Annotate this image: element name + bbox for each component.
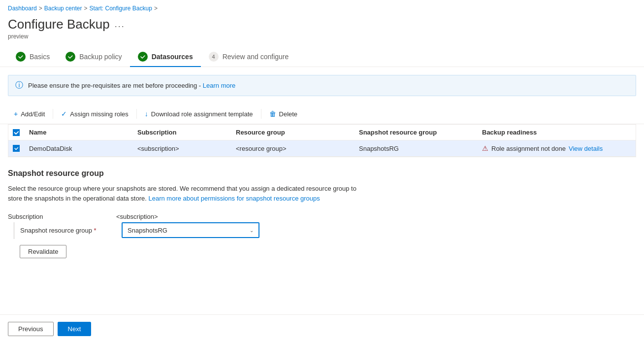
required-mark: *	[94, 227, 97, 234]
delete-icon: 🗑	[269, 110, 276, 118]
tab-datasources-label: Datasources	[152, 53, 193, 61]
toolbar: + Add/Edit ✓ Assign missing roles ↓ Down…	[0, 104, 644, 124]
info-icon: ⓘ	[15, 80, 23, 91]
backup-readiness-cell: ⚠ Role assignment not done View details	[482, 144, 631, 152]
col-snapshot-rg: Snapshot resource group	[354, 125, 477, 140]
add-icon: +	[14, 110, 18, 118]
breadcrumb: Dashboard > Backup center > Start: Confi…	[0, 0, 644, 15]
more-button[interactable]: ...	[115, 19, 125, 30]
basics-check-icon	[16, 52, 26, 62]
assign-roles-button[interactable]: ✓ Assign missing roles	[55, 108, 134, 120]
datasources-check-icon	[138, 52, 148, 62]
subscription-row: Subscription <subscription>	[8, 211, 636, 220]
snapshot-rg-label: Snapshot resource group *	[20, 227, 114, 234]
dropdown-value: SnapshotsRG	[128, 227, 167, 234]
info-text: Please ensure the pre-requisites are met…	[28, 82, 235, 89]
col-name: Name	[24, 125, 132, 140]
delete-button[interactable]: 🗑 Delete	[263, 108, 304, 120]
add-edit-button[interactable]: + Add/Edit	[8, 108, 51, 120]
tab-backup-policy[interactable]: Backup policy	[58, 48, 129, 67]
snapshot-rg-row: Snapshot resource group * SnapshotsRG ⌄	[14, 222, 636, 239]
review-step-number: 4	[209, 52, 219, 62]
learn-more-link[interactable]: Learn more	[203, 82, 235, 89]
row-name: DemoDataDisk	[24, 141, 132, 156]
col-resource-group: Resource group	[231, 125, 354, 140]
page-header: Configure Backup ... preview	[0, 15, 644, 44]
table-header: Name Subscription Resource group Snapsho…	[8, 125, 636, 140]
subscription-label: Subscription	[8, 211, 116, 220]
tab-basics[interactable]: Basics	[8, 48, 58, 67]
content-area: ⓘ Please ensure the pre-requisites are m…	[0, 75, 644, 301]
revalidate-button[interactable]: Revalidate	[20, 245, 66, 258]
tab-backup-policy-label: Backup policy	[79, 53, 122, 61]
tab-bar: Basics Backup policy Datasources 4 Revie…	[0, 44, 644, 67]
toolbar-separator-1	[53, 109, 53, 119]
row-checkbox[interactable]	[13, 145, 20, 152]
col-subscription: Subscription	[132, 125, 231, 140]
tab-basics-label: Basics	[30, 53, 50, 61]
breadcrumb-configure-backup[interactable]: Start: Configure Backup	[89, 5, 152, 12]
subscription-value: <subscription>	[116, 211, 158, 220]
backup-policy-check-icon	[65, 52, 75, 62]
row-backup-readiness: ⚠ Role assignment not done View details	[477, 140, 636, 156]
snapshot-section: Snapshot resource group Select the resou…	[0, 157, 644, 266]
page-title: Configure Backup	[8, 17, 110, 32]
breadcrumb-backup-center[interactable]: Backup center	[44, 5, 82, 12]
snapshot-section-title: Snapshot resource group	[8, 169, 636, 178]
snapshot-learn-more-link[interactable]: Learn more about permissions for snapsho…	[148, 195, 320, 202]
row-resource-group: <resource group>	[231, 141, 354, 156]
tab-review-label: Review and configure	[223, 53, 289, 61]
select-all-checkbox[interactable]	[13, 129, 20, 136]
snapshot-section-desc: Select the resource group where your sna…	[8, 184, 372, 203]
page-subtitle: preview	[8, 33, 636, 40]
row-snapshot-rg: SnapshotsRG	[354, 141, 477, 156]
line-vertical	[14, 222, 14, 239]
toolbar-separator-2	[136, 109, 137, 119]
col-backup-readiness: Backup readiness	[477, 125, 636, 140]
view-details-link[interactable]: View details	[569, 145, 603, 152]
check-icon: ✓	[61, 110, 67, 118]
row-subscription: <subscription>	[132, 141, 231, 156]
header-checkbox-cell[interactable]	[8, 125, 24, 140]
table-row: DemoDataDisk <subscription> <resource gr…	[8, 140, 636, 157]
error-icon: ⚠	[482, 144, 488, 152]
chevron-down-icon: ⌄	[250, 228, 254, 233]
snapshot-rg-dropdown[interactable]: SnapshotsRG ⌄	[122, 222, 259, 238]
tab-datasources[interactable]: Datasources	[130, 48, 201, 67]
breadcrumb-dashboard[interactable]: Dashboard	[8, 5, 37, 12]
line-connector	[14, 222, 14, 239]
row-checkbox-cell[interactable]	[8, 141, 24, 156]
info-banner: ⓘ Please ensure the pre-requisites are m…	[8, 75, 636, 96]
data-table: Name Subscription Resource group Snapsho…	[8, 124, 636, 157]
tab-review[interactable]: 4 Review and configure	[201, 48, 297, 67]
page-title-row: Configure Backup ...	[8, 17, 636, 32]
snapshot-rg-field: Snapshot resource group * SnapshotsRG ⌄	[20, 222, 636, 238]
toolbar-separator-3	[261, 109, 261, 119]
download-template-button[interactable]: ↓ Download role assignment template	[139, 108, 259, 120]
download-icon: ↓	[145, 110, 148, 118]
